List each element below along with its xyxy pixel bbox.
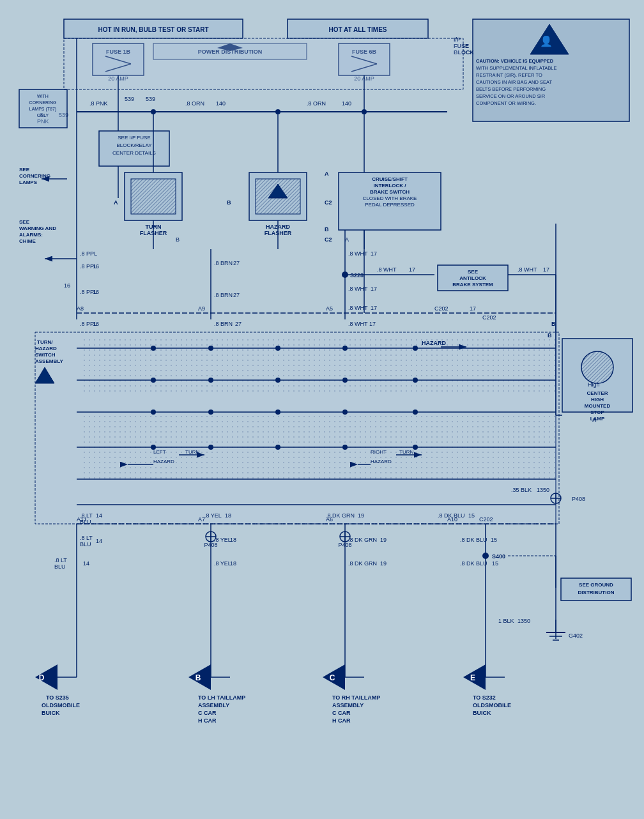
svg-text:C2: C2 [325,236,332,243]
svg-text:TO LH TAILLAMP: TO LH TAILLAMP [198,694,245,701]
svg-text:CENTER DETAILS: CENTER DETAILS [112,150,156,156]
svg-text:SERVICE ON OR AROUND SIR: SERVICE ON OR AROUND SIR [476,93,546,99]
center-stop-lamp-label: CENTER [587,390,608,396]
svg-text:1 BLK: 1 BLK [498,618,514,624]
svg-text:14: 14 [96,538,102,544]
hot-run-label: HOT IN RUN, BULB TEST OR START [98,26,208,33]
svg-text:C2: C2 [325,199,332,206]
svg-text:C202: C202 [434,305,448,312]
svg-text:B: B [227,199,231,206]
svg-rect-45 [131,179,176,214]
svg-text:C CAR: C CAR [198,710,217,716]
svg-text:539: 539 [146,96,155,102]
svg-text:A9: A9 [198,305,205,312]
svg-text:TO RH TAILLAMP: TO RH TAILLAMP [332,694,380,701]
svg-text:.8 LT: .8 LT [54,557,67,563]
svg-text:15: 15 [492,560,498,567]
svg-text:CAUTIONS IN AIR BAG AND SEAT: CAUTIONS IN AIR BAG AND SEAT [476,79,552,85]
svg-point-142 [413,410,418,415]
svg-text:539: 539 [125,96,134,102]
svg-text:S400: S400 [492,553,505,560]
s400-connector [482,553,489,559]
svg-text:.8 WHT: .8 WHT [518,266,537,273]
svg-text:TO S232: TO S232 [473,694,496,701]
hot-all-times-label: HOT AT ALL TIMES [328,26,387,33]
svg-text:CHIME: CHIME [19,238,36,244]
svg-point-141 [342,410,348,415]
svg-text:BLOCK/RELAY: BLOCK/RELAY [117,142,153,148]
svg-text:H CAR: H CAR [332,717,351,724]
svg-text:C202: C202 [479,516,493,523]
svg-text:.8 DK GRN: .8 DK GRN [348,537,377,543]
svg-text:.8 BRN: .8 BRN [214,321,233,327]
svg-text:17: 17 [371,250,377,257]
svg-text:.8 LT: .8 LT [80,535,93,541]
svg-text:ONLY: ONLY [37,113,49,118]
svg-text:18: 18 [230,537,236,543]
svg-text:14: 14 [96,512,102,519]
svg-text:👤: 👤 [540,35,553,47]
high-label: High [588,381,600,388]
svg-point-211 [581,351,613,383]
svg-text:C: C [330,673,335,682]
svg-text:.8 YEL: .8 YEL [214,537,231,543]
svg-text:BUICK: BUICK [42,710,60,716]
svg-text:PEDAL DEPRESSED: PEDAL DEPRESSED [365,202,415,208]
wire-8pnk-top: .8 PNK [89,100,108,107]
svg-text:1350: 1350 [537,487,549,493]
svg-text:.8 WHT: .8 WHT [377,266,397,273]
svg-text:LAMPS: LAMPS [19,180,38,185]
svg-text:SWITCH: SWITCH [35,352,56,358]
svg-point-59 [151,109,156,114]
svg-text:19: 19 [380,560,387,567]
svg-point-139 [208,410,213,415]
svg-text:ASSEMBLY: ASSEMBLY [35,358,63,364]
svg-text:S228: S228 [350,272,364,279]
svg-text:MOUNTED: MOUNTED [585,403,611,409]
svg-rect-159 [83,339,556,393]
svg-text:CORNERING: CORNERING [29,100,57,105]
svg-text:.8 WHT: .8 WHT [348,250,368,257]
svg-text:CLOSED WITH BRAKE: CLOSED WITH BRAKE [363,195,417,201]
svg-text:HAZARD: HAZARD [35,346,57,351]
svg-text:19: 19 [358,512,364,519]
svg-text:A8: A8 [77,305,84,312]
see-cornering-label: SEE [19,167,30,172]
svg-text:140: 140 [216,100,226,107]
svg-text:HIGH: HIGH [591,397,604,402]
svg-text:B: B [325,226,329,233]
svg-text:140: 140 [342,100,351,107]
svg-text:LAMP: LAMP [590,416,605,422]
turn-hazard-switch-label: TURN/ [37,339,53,345]
svg-text:.8 WHT: .8 WHT [348,305,368,311]
see-antilock-label: SEE [468,269,479,275]
svg-text:16: 16 [64,282,70,289]
svg-text:14: 14 [83,560,89,567]
see-ip-fuse-label: SEE I/P FUSE [118,135,150,141]
svg-text:INTERLOCK /: INTERLOCK / [373,183,406,188]
svg-text:16: 16 [93,263,99,270]
svg-text:STOP: STOP [590,410,604,415]
svg-text:.8 WHT: .8 WHT [348,286,368,292]
svg-text:E: E [470,673,475,682]
svg-text:BLU: BLU [80,519,91,525]
svg-text:17: 17 [543,266,549,273]
svg-text:C CAR: C CAR [332,710,351,716]
svg-text:27: 27 [233,260,240,266]
svg-text:B: B [548,332,552,339]
svg-text:A5: A5 [326,305,333,312]
see-warning-label: SEE [19,219,30,225]
svg-text:B: B [551,321,556,327]
svg-text:RESTRAINT (SIR). REFER TO: RESTRAINT (SIR). REFER TO [476,72,542,78]
svg-text:WITH SUPPLEMENTAL INFLATABLE: WITH SUPPLEMENTAL INFLATABLE [476,65,556,71]
svg-text:.8 PPL: .8 PPL [80,250,97,257]
svg-text:17: 17 [409,266,415,273]
svg-text:17: 17 [371,305,377,311]
svg-text:ASSEMBLY: ASSEMBLY [332,702,364,708]
svg-text:CORNERING: CORNERING [19,173,50,179]
svg-text:.8 DK BLU: .8 DK BLU [460,560,487,567]
svg-text:ANTILOCK: ANTILOCK [459,275,486,281]
svg-text:.8 DK GRN: .8 DK GRN [348,560,377,567]
svg-text:17: 17 [369,321,376,327]
svg-text:27: 27 [235,321,241,327]
